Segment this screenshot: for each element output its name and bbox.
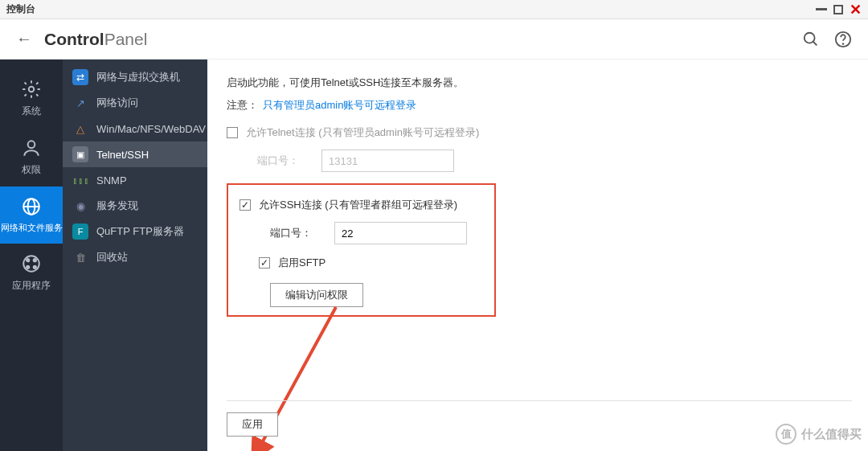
sidebar-item-label: 服务发现 xyxy=(96,199,138,213)
telnet-row: 允许Telnet连接 (只有管理员admin账号可远程登录) xyxy=(227,125,852,140)
svg-point-0 xyxy=(805,32,815,43)
titlebar: 控制台 ✕ xyxy=(0,0,868,19)
sftp-checkbox[interactable] xyxy=(259,257,270,269)
watermark-logo: 值 xyxy=(776,424,796,445)
globe-icon xyxy=(21,196,42,217)
telnet-label: 允许Telnet连接 (只有管理员admin账号可远程登录) xyxy=(246,125,479,140)
sidebar-item-snmp[interactable]: ⫾⫾⫾ SNMP xyxy=(63,167,207,193)
sidebar-item-discovery[interactable]: ◉ 服务发现 xyxy=(63,193,207,219)
window-title: 控制台 xyxy=(6,2,816,16)
telnet-port-input[interactable] xyxy=(321,150,454,172)
apply-button[interactable]: 应用 xyxy=(227,412,278,437)
ftp-icon: F xyxy=(72,223,88,240)
header: ← ControlPanel xyxy=(0,19,868,59)
search-icon[interactable] xyxy=(802,31,820,48)
telnet-port-label: 端口号： xyxy=(257,154,321,168)
radar-icon: ◉ xyxy=(72,198,88,214)
ssh-port-row: 端口号： xyxy=(270,222,480,244)
svg-point-9 xyxy=(23,256,39,272)
vswitch-icon: ⇄ xyxy=(72,69,88,85)
rail-label: 应用程序 xyxy=(12,279,51,293)
telnet-port-row: 端口号： xyxy=(257,150,852,172)
page-title: ControlPanel xyxy=(44,30,147,49)
sidebar-item-label: 回收站 xyxy=(96,250,128,264)
close-icon[interactable]: ✕ xyxy=(850,5,862,14)
svg-point-13 xyxy=(34,266,36,269)
ssh-section: 允许SSH连接 (只有管理者群组可远程登录) 端口号： 启用SFTP 编辑访问权… xyxy=(227,183,496,317)
svg-line-1 xyxy=(813,41,817,45)
svg-point-5 xyxy=(28,141,35,148)
watermark: 值 什么值得买 xyxy=(776,424,862,445)
ssh-port-input[interactable] xyxy=(334,222,467,244)
sidebar-item-trash[interactable]: 🗑 回收站 xyxy=(63,244,207,270)
sidebar-item-label: Telnet/SSH xyxy=(96,149,149,161)
sidebar: ⇄ 网络与虚拟交换机 ↗ 网络访问 △ Win/Mac/NFS/WebDAV ▣… xyxy=(63,59,207,451)
triangle-icon: △ xyxy=(72,121,88,137)
watermark-text: 什么值得买 xyxy=(801,427,862,442)
rail-label: 系统 xyxy=(22,105,41,118)
ssh-row: 允许SSH连接 (只有管理者群组可远程登录) xyxy=(240,198,480,212)
ssh-port-label: 端口号： xyxy=(270,226,334,240)
maximize-icon[interactable] xyxy=(833,5,843,14)
network-icon: ↗ xyxy=(72,95,88,111)
user-icon xyxy=(21,137,42,158)
sidebar-item-network-access[interactable]: ↗ 网络访问 xyxy=(63,90,207,116)
rail-item-system[interactable]: 系统 xyxy=(0,69,63,128)
admin-note: 注意：只有管理员admin账号可远程登录 xyxy=(227,98,852,113)
help-icon[interactable] xyxy=(834,31,852,48)
ssh-checkbox[interactable] xyxy=(240,199,251,211)
rail-item-permission[interactable]: 权限 xyxy=(0,128,63,187)
terminal-icon: ▣ xyxy=(72,146,88,162)
sidebar-item-label: Win/Mac/NFS/WebDAV xyxy=(96,123,206,135)
main-panel: 启动此功能，可使用Telnet或SSH连接至本服务器。 注意：只有管理员admi… xyxy=(207,59,868,451)
svg-point-10 xyxy=(27,259,29,261)
back-arrow-icon[interactable]: ← xyxy=(16,30,32,48)
grid-icon xyxy=(21,253,42,274)
rail-item-apps[interactable]: 应用程序 xyxy=(0,244,63,302)
svg-point-3 xyxy=(843,43,844,44)
minimize-icon[interactable] xyxy=(816,8,827,10)
telnet-checkbox[interactable] xyxy=(227,127,238,138)
sidebar-item-label: SNMP xyxy=(96,174,127,187)
sftp-label: 启用SFTP xyxy=(278,256,326,270)
sidebar-item-quftp[interactable]: F QuFTP FTP服务器 xyxy=(63,219,207,244)
sidebar-item-label: 网络与虚拟交换机 xyxy=(96,70,180,84)
edit-access-button[interactable]: 编辑访问权限 xyxy=(270,283,363,307)
rail-label: 网络和文件服务 xyxy=(1,222,63,234)
feature-description: 启动此功能，可使用Telnet或SSH连接至本服务器。 xyxy=(227,76,852,90)
trash-icon: 🗑 xyxy=(72,249,88,265)
svg-point-11 xyxy=(34,259,36,261)
sidebar-item-label: 网络访问 xyxy=(96,96,138,110)
sidebar-item-vswitch[interactable]: ⇄ 网络与虚拟交换机 xyxy=(63,64,207,90)
rail-item-network-files[interactable]: 网络和文件服务 xyxy=(0,187,63,244)
gear-icon xyxy=(21,79,42,100)
sidebar-item-telnet-ssh[interactable]: ▣ Telnet/SSH xyxy=(63,141,207,167)
bars-icon: ⫾⫾⫾ xyxy=(72,172,88,188)
svg-point-4 xyxy=(29,87,35,92)
ssh-label: 允许SSH连接 (只有管理者群组可远程登录) xyxy=(259,198,457,212)
rail-label: 权限 xyxy=(22,163,41,177)
svg-point-12 xyxy=(27,266,29,269)
nav-rail: 系统 权限 网络和文件服务 应用程序 xyxy=(0,59,63,451)
sidebar-item-protocols[interactable]: △ Win/Mac/NFS/WebDAV xyxy=(63,116,207,141)
sidebar-item-label: QuFTP FTP服务器 xyxy=(96,224,184,239)
footer: 应用 xyxy=(227,400,852,437)
